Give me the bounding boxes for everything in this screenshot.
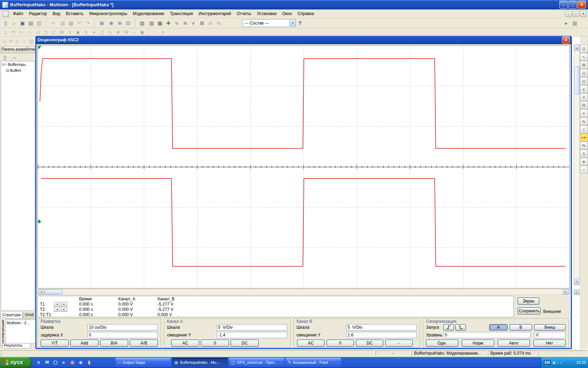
- zoom-fit-icon[interactable]: ⊡: [124, 19, 132, 27]
- analog-family-icon[interactable]: ◁: [1, 37, 7, 46]
- cut-icon[interactable]: ✂: [46, 19, 58, 27]
- oscilloscope-icon[interactable]: ◫: [580, 69, 588, 77]
- cursor-right-arrow-button[interactable]: ►: [61, 302, 67, 307]
- language-indicator[interactable]: EN: [544, 360, 551, 365]
- timebase-xposition-input[interactable]: [88, 332, 158, 338]
- save-button[interactable]: Сохранить: [518, 307, 541, 314]
- four-channel-oscilloscope-icon[interactable]: ◫: [580, 77, 588, 85]
- close-icon[interactable]: ✕: [562, 36, 570, 43]
- trigger-level-input[interactable]: [443, 332, 531, 338]
- in-use-list-combo[interactable]: --- Состав --- ▼: [243, 19, 296, 27]
- place-diode-icon[interactable]: ▷: [18, 28, 26, 36]
- place-rf-icon[interactable]: ∿: [106, 28, 114, 36]
- channel-a-dc-button[interactable]: DC: [231, 340, 259, 347]
- tray-antivirus-icon[interactable]: ●: [560, 361, 562, 364]
- place-advanced-peripherals-icon[interactable]: ▢: [98, 28, 106, 36]
- place-connector-icon[interactable]: ⌐: [130, 28, 138, 36]
- place-analog-icon[interactable]: ◁: [34, 28, 42, 36]
- paste-icon[interactable]: ▦: [67, 19, 75, 27]
- menu-window[interactable]: Окно: [279, 10, 295, 17]
- scroll-right-button[interactable]: ►: [563, 289, 569, 294]
- grapher-icon[interactable]: ∿: [173, 19, 181, 27]
- task-paint[interactable]: ✎ Безымянный - Paint: [286, 358, 341, 367]
- channel-b-zero-button[interactable]: 0: [327, 340, 354, 347]
- postprocessor-icon[interactable]: ≋: [181, 19, 189, 27]
- quick-launch-show-desktop-icon[interactable]: ▢: [52, 359, 59, 366]
- mdi-close-button[interactable]: ✕: [580, 11, 587, 17]
- ab-mode-button[interactable]: A/B: [130, 340, 158, 347]
- falling-edge-button[interactable]: [455, 324, 466, 330]
- capture-area-icon[interactable]: ⊠: [198, 19, 206, 27]
- trigger-source-ext-button[interactable]: Внеш: [534, 324, 566, 330]
- scrollbar-thumb[interactable]: [45, 289, 63, 294]
- quick-launch-outlook-icon[interactable]: ✉: [43, 359, 51, 366]
- cursor-left-arrow-button[interactable]: ◄: [54, 307, 60, 312]
- trigger-marker-icon[interactable]: [38, 46, 42, 49]
- print-preview-icon[interactable]: ◫: [35, 19, 43, 27]
- wire-icon[interactable]: ∟: [149, 28, 159, 36]
- menu-tools[interactable]: Инструментарий: [196, 10, 234, 17]
- task-multisim[interactable]: ▣ BufferInputHaks - Mu...: [172, 358, 227, 367]
- frequency-counter-icon[interactable]: #: [580, 93, 588, 101]
- measurement-family-icon[interactable]: ◫: [28, 37, 35, 46]
- zoom-in-icon[interactable]: ⊕: [107, 19, 115, 27]
- function-generator-icon[interactable]: ∿: [580, 53, 588, 61]
- trigger-unit-select[interactable]: V: [534, 332, 566, 338]
- forward-annotate-icon[interactable]: ⇆: [215, 19, 223, 27]
- channel-b-dc-button[interactable]: DC: [356, 340, 383, 347]
- menu-file[interactable]: Файл: [10, 10, 26, 17]
- collapse-icon[interactable]: ⊟: [2, 63, 5, 66]
- tab-visibility[interactable]: Отоб: [23, 312, 36, 319]
- transistor-family-icon[interactable]: ⊦: [21, 37, 28, 46]
- start-button[interactable]: пуск: [0, 357, 32, 368]
- component-wizard-icon[interactable]: ✚: [164, 19, 173, 27]
- scrollbar-thumb[interactable]: [574, 66, 580, 94]
- trigger-mode-auto-button[interactable]: Авто: [498, 340, 530, 347]
- maximize-button[interactable]: □: [568, 1, 577, 9]
- close-button[interactable]: ✕: [578, 1, 586, 9]
- channel-b-ac-button[interactable]: AC: [297, 340, 324, 347]
- back-annotate-icon[interactable]: ⇄: [206, 19, 215, 27]
- place-mcu-icon[interactable]: ▣: [138, 28, 146, 36]
- trigger-source-a-button[interactable]: A: [489, 324, 507, 330]
- place-indicator-icon[interactable]: ◉: [74, 28, 82, 36]
- simulate-run-icon[interactable]: ▸: [562, 19, 570, 27]
- mdi-minimize-button[interactable]: –: [565, 11, 572, 17]
- channel-a-ac-button[interactable]: AC: [171, 340, 199, 347]
- menu-mcu[interactable]: Микроконтроллеры: [86, 10, 130, 17]
- document-icon[interactable]: [3, 11, 9, 17]
- yt-mode-button[interactable]: Y/T: [41, 340, 69, 347]
- place-ni-icon[interactable]: NI: [122, 28, 130, 36]
- logic-analyzer-icon[interactable]: ≡: [580, 109, 588, 117]
- trigger-mode-single-button[interactable]: Одн.: [426, 340, 458, 347]
- current-probe-icon[interactable]: ○: [580, 166, 588, 173]
- task-ops-universal[interactable]: ◫ OPS_universal - Прог...: [229, 358, 284, 367]
- wattmeter-icon[interactable]: W: [580, 61, 588, 69]
- open-file-icon[interactable]: ▱: [10, 19, 18, 27]
- network-analyzer-icon[interactable]: ⊚: [580, 158, 588, 165]
- quick-launch-winamp-icon[interactable]: ▮: [85, 359, 93, 366]
- channel-a-offset-input[interactable]: [217, 332, 287, 338]
- results-tab[interactable]: Результаты: [2, 343, 31, 348]
- chevron-down-icon[interactable]: ▼: [289, 20, 295, 26]
- bode-plotter-icon[interactable]: ∠: [580, 85, 588, 93]
- place-basic-icon[interactable]: ⊓: [9, 28, 18, 36]
- place-source-icon[interactable]: ⊥: [1, 28, 9, 36]
- undo-icon[interactable]: ↶: [75, 19, 84, 27]
- logic-converter-icon[interactable]: ⇆: [580, 117, 588, 125]
- copy-icon[interactable]: ▥: [58, 19, 67, 27]
- scroll-left-button[interactable]: ◄: [38, 289, 44, 294]
- design-toolbox-icon[interactable]: ▧: [135, 19, 147, 27]
- quick-launch-media-player-icon[interactable]: ▸: [60, 359, 68, 366]
- timebase-scale-input[interactable]: [88, 324, 158, 330]
- menu-help[interactable]: Справка: [295, 10, 317, 17]
- channel-b-scale-input[interactable]: [346, 324, 417, 330]
- trigger-mode-normal-button[interactable]: Норм: [462, 340, 494, 347]
- menu-reports[interactable]: Отчеты: [234, 10, 254, 17]
- channel-a-zero-button[interactable]: 0: [201, 340, 229, 347]
- add-mode-button[interactable]: Add: [70, 340, 98, 347]
- oscilloscope-titlebar[interactable]: Осциллограф-XSC2 ✕: [35, 36, 572, 44]
- menu-place[interactable]: Вставить: [63, 10, 86, 17]
- tray-volume-icon[interactable]: ♪: [557, 361, 559, 364]
- place-misc-icon[interactable]: ∗: [90, 28, 98, 36]
